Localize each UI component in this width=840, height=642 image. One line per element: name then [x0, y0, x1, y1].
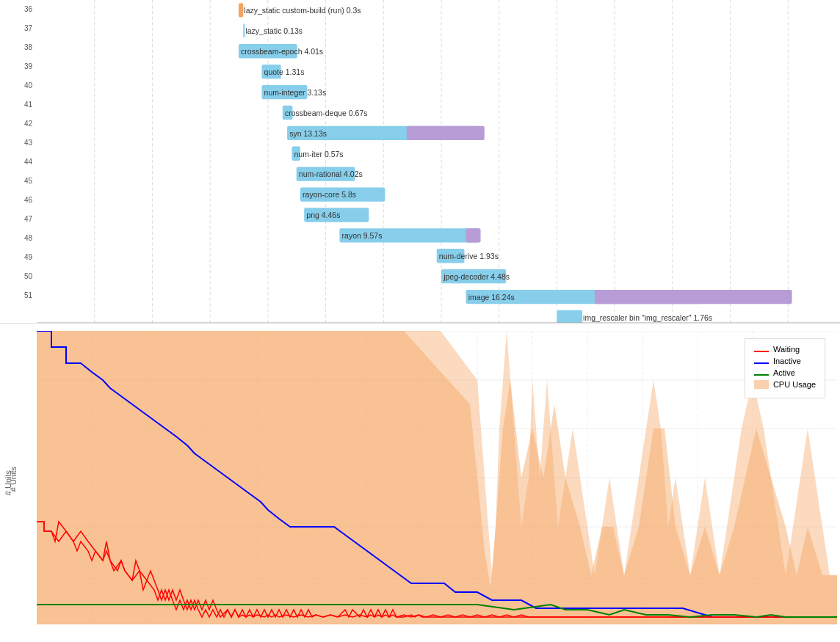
svg-text:rayon 9.57s: rayon 9.57s — [342, 231, 383, 240]
svg-text:img_rescaler bin "img_rescaler: img_rescaler bin "img_rescaler" 1.76s — [583, 313, 712, 322]
yaxis-label: # Units — [9, 467, 18, 492]
svg-text:jpeg-decoder 4.48s: jpeg-decoder 4.48s — [443, 272, 510, 281]
svg-text:crossbeam-epoch 4.01s: crossbeam-epoch 4.01s — [241, 47, 323, 56]
svg-rect-14 — [239, 3, 243, 17]
chart-legend: Waiting Inactive Active CPU Usage — [745, 338, 825, 398]
svg-text:lazy_static 0.13s: lazy_static 0.13s — [245, 26, 303, 35]
main-container: lazy_static custom-build (run) 0.3s lazy… — [0, 0, 840, 642]
svg-text:num-iter 0.57s: num-iter 0.57s — [294, 149, 344, 158]
svg-rect-45 — [595, 290, 792, 304]
svg-text:num-derive 1.93s: num-derive 1.93s — [439, 252, 499, 260]
row-labels: 36 37 38 39 40 41 42 43 44 45 46 47 48 4… — [0, 0, 37, 305]
svg-text:png 4.46s: png 4.46s — [306, 211, 340, 219]
svg-text:lazy_static custom-build (run): lazy_static custom-build (run) 0.3s — [244, 6, 361, 15]
legend-active-label: Active — [773, 368, 795, 377]
svg-rect-47 — [557, 310, 582, 323]
svg-text:syn 13.13s: syn 13.13s — [289, 129, 327, 138]
svg-text:rayon-core 5.8s: rayon-core 5.8s — [303, 190, 356, 199]
legend-inactive-label: Inactive — [773, 357, 801, 365]
legend-cpu-label: CPU Usage — [773, 380, 816, 389]
svg-text:quote 1.31s: quote 1.31s — [264, 68, 305, 76]
svg-rect-27 — [407, 126, 485, 140]
svg-rect-38 — [466, 228, 481, 242]
line-chart: # Units Waiting Inactive Active CPU Usag… — [0, 323, 840, 642]
svg-text:crossbeam-deque 0.67s: crossbeam-deque 0.67s — [285, 109, 368, 117]
gantt-chart: lazy_static custom-build (run) 0.3s lazy… — [0, 0, 840, 323]
svg-rect-16 — [243, 23, 245, 37]
svg-text:num-rational 4.02s: num-rational 4.02s — [299, 169, 363, 178]
svg-text:num-integer 3.13s: num-integer 3.13s — [264, 88, 327, 97]
legend-waiting-label: Waiting — [773, 345, 800, 354]
svg-text:image 16.24s: image 16.24s — [468, 293, 515, 302]
